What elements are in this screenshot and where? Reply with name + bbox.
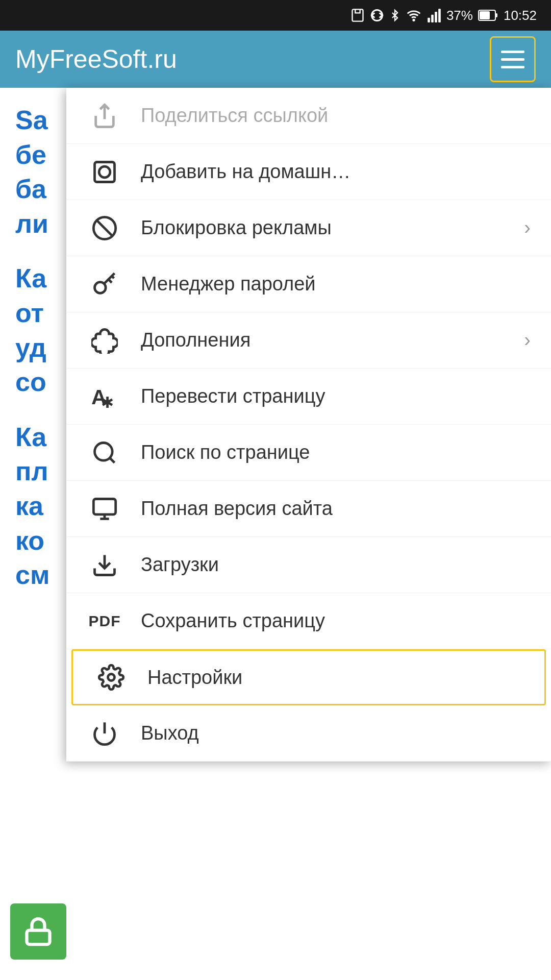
block-icon bbox=[87, 210, 122, 246]
extensions-arrow: › bbox=[524, 329, 531, 351]
svg-rect-5 bbox=[438, 9, 441, 22]
svg-rect-25 bbox=[27, 930, 50, 945]
menu-item-add-home[interactable]: Добавить на домашн… bbox=[66, 144, 551, 200]
password-manager-label: Менеджер паролей bbox=[141, 273, 531, 295]
menu-item-desktop-site[interactable]: Полная версия сайта bbox=[66, 481, 551, 537]
menu-item-settings[interactable]: Настройки bbox=[71, 649, 546, 705]
menu-item-extensions[interactable]: Дополнения › bbox=[66, 312, 551, 369]
svg-rect-8 bbox=[480, 11, 490, 19]
sim-icon bbox=[350, 8, 365, 22]
dropdown-menu: Поделиться ссылкой Добавить на домашн… Б… bbox=[66, 88, 551, 762]
menu-item-downloads[interactable]: Загрузки bbox=[66, 537, 551, 593]
menu-item-password-manager[interactable]: Менеджер паролей bbox=[66, 256, 551, 312]
pdf-icon: PDF bbox=[87, 603, 122, 639]
block-ads-arrow: › bbox=[524, 217, 531, 239]
add-home-icon bbox=[87, 154, 122, 190]
translate-label: Перевести страницу bbox=[141, 385, 531, 407]
add-home-label: Добавить на домашн… bbox=[141, 161, 531, 183]
menu-item-save-pdf[interactable]: PDF Сохранить страницу bbox=[66, 593, 551, 649]
menu-item-share-link[interactable]: Поделиться ссылкой bbox=[66, 88, 551, 144]
desktop-icon bbox=[87, 491, 122, 527]
status-bar: 37% 10:52 bbox=[0, 0, 551, 31]
menu-button[interactable] bbox=[490, 36, 536, 82]
time: 10:52 bbox=[504, 8, 537, 23]
svg-line-13 bbox=[97, 220, 113, 236]
battery-percent: 37% bbox=[446, 8, 473, 23]
menu-item-translate[interactable]: A ✱ Перевести страницу bbox=[66, 369, 551, 425]
hamburger-line-1 bbox=[501, 51, 524, 53]
status-icons: 37% 10:52 bbox=[350, 8, 537, 23]
lock-icon bbox=[23, 916, 54, 947]
svg-rect-4 bbox=[435, 12, 437, 22]
extensions-label: Дополнения bbox=[141, 329, 524, 351]
svg-rect-2 bbox=[428, 18, 430, 22]
exit-label: Выход bbox=[141, 722, 531, 744]
settings-icon bbox=[93, 659, 129, 695]
share-icon bbox=[87, 98, 122, 134]
svg-rect-0 bbox=[352, 9, 363, 21]
share-link-label: Поделиться ссылкой bbox=[141, 105, 531, 127]
svg-point-23 bbox=[108, 674, 115, 681]
block-ads-label: Блокировка рекламы bbox=[141, 217, 524, 239]
signal-icon bbox=[427, 8, 441, 22]
key-icon bbox=[87, 266, 122, 302]
app-bar: MyFreeSoft.ru bbox=[0, 31, 551, 88]
settings-label: Настройки bbox=[147, 667, 524, 689]
svg-point-17 bbox=[95, 443, 113, 460]
menu-item-find[interactable]: Поиск по странице bbox=[66, 425, 551, 481]
wifi-icon bbox=[406, 8, 422, 22]
app-title: MyFreeSoft.ru bbox=[15, 44, 177, 74]
find-label: Поиск по странице bbox=[141, 442, 531, 463]
svg-rect-3 bbox=[431, 15, 434, 22]
save-pdf-label: Сохранить страницу bbox=[141, 610, 531, 632]
lock-button[interactable] bbox=[10, 903, 66, 960]
svg-point-11 bbox=[99, 166, 110, 178]
bluetooth-icon bbox=[389, 8, 400, 22]
svg-rect-19 bbox=[93, 499, 115, 514]
hamburger-icon bbox=[501, 51, 524, 68]
svg-rect-7 bbox=[495, 13, 497, 17]
pdf-text: PDF bbox=[89, 612, 121, 630]
svg-line-18 bbox=[110, 458, 114, 462]
hamburger-line-2 bbox=[501, 58, 524, 61]
downloads-label: Загрузки bbox=[141, 554, 531, 576]
power-icon bbox=[87, 716, 122, 751]
menu-item-exit[interactable]: Выход bbox=[66, 705, 551, 762]
svg-point-1 bbox=[413, 19, 414, 20]
menu-item-block-ads[interactable]: Блокировка рекламы › bbox=[66, 200, 551, 256]
svg-rect-10 bbox=[95, 162, 115, 182]
sync-icon bbox=[370, 8, 384, 22]
hamburger-line-3 bbox=[501, 66, 524, 68]
extensions-icon bbox=[87, 323, 122, 358]
translate-icon: A ✱ bbox=[87, 379, 122, 414]
battery-icon bbox=[478, 9, 498, 21]
search-icon bbox=[87, 435, 122, 471]
download-icon bbox=[87, 547, 122, 583]
svg-text:✱: ✱ bbox=[101, 394, 114, 410]
desktop-site-label: Полная версия сайта bbox=[141, 498, 531, 520]
